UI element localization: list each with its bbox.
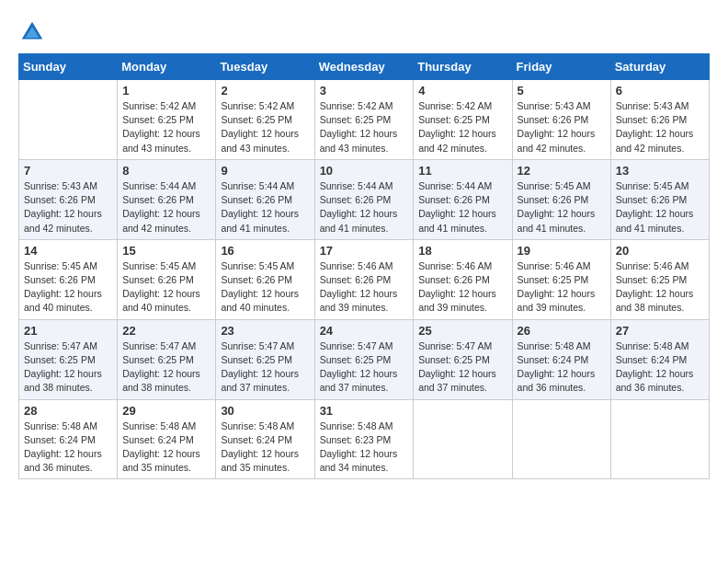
- day-number: 17: [320, 244, 409, 258]
- week-row-2: 7Sunrise: 5:43 AM Sunset: 6:26 PM Daylig…: [19, 159, 710, 239]
- calendar-cell: [414, 399, 512, 479]
- day-info: Sunrise: 5:47 AM Sunset: 6:25 PM Dayligh…: [320, 339, 409, 396]
- day-number: 20: [616, 244, 704, 258]
- calendar-header-row: SundayMondayTuesdayWednesdayThursdayFrid…: [19, 54, 710, 80]
- calendar-cell: 30Sunrise: 5:48 AM Sunset: 6:24 PM Dayli…: [216, 399, 314, 479]
- day-number: 15: [122, 244, 210, 258]
- day-info: Sunrise: 5:48 AM Sunset: 6:24 PM Dayligh…: [221, 419, 309, 476]
- page-header: [18, 18, 710, 46]
- day-info: Sunrise: 5:45 AM Sunset: 6:26 PM Dayligh…: [122, 259, 210, 316]
- day-info: Sunrise: 5:44 AM Sunset: 6:26 PM Dayligh…: [221, 179, 309, 236]
- day-number: 26: [518, 324, 606, 338]
- calendar-cell: 14Sunrise: 5:45 AM Sunset: 6:26 PM Dayli…: [19, 239, 118, 319]
- day-info: Sunrise: 5:45 AM Sunset: 6:26 PM Dayligh…: [616, 179, 704, 236]
- day-number: 7: [24, 164, 112, 178]
- logo: [18, 18, 50, 46]
- day-header-sunday: Sunday: [19, 54, 118, 80]
- day-header-tuesday: Tuesday: [216, 54, 314, 80]
- day-info: Sunrise: 5:48 AM Sunset: 6:24 PM Dayligh…: [122, 419, 210, 476]
- calendar-cell: 5Sunrise: 5:43 AM Sunset: 6:26 PM Daylig…: [512, 80, 610, 160]
- day-number: 28: [24, 404, 112, 418]
- calendar-cell: 29Sunrise: 5:48 AM Sunset: 6:24 PM Dayli…: [118, 399, 216, 479]
- day-info: Sunrise: 5:43 AM Sunset: 6:26 PM Dayligh…: [616, 99, 704, 155]
- day-header-monday: Monday: [118, 54, 216, 80]
- day-info: Sunrise: 5:42 AM Sunset: 6:25 PM Dayligh…: [221, 99, 309, 155]
- day-number: 25: [418, 324, 506, 338]
- calendar-cell: 15Sunrise: 5:45 AM Sunset: 6:26 PM Dayli…: [118, 239, 216, 319]
- day-number: 19: [518, 244, 606, 258]
- calendar-cell: 27Sunrise: 5:48 AM Sunset: 6:24 PM Dayli…: [610, 319, 709, 399]
- day-number: 2: [221, 84, 309, 98]
- day-number: 24: [320, 324, 409, 338]
- day-info: Sunrise: 5:46 AM Sunset: 6:26 PM Dayligh…: [418, 259, 506, 316]
- calendar-cell: 22Sunrise: 5:47 AM Sunset: 6:25 PM Dayli…: [118, 319, 216, 399]
- day-info: Sunrise: 5:44 AM Sunset: 6:26 PM Dayligh…: [418, 179, 506, 236]
- day-info: Sunrise: 5:42 AM Sunset: 6:25 PM Dayligh…: [418, 99, 506, 155]
- day-number: 16: [221, 244, 309, 258]
- week-row-4: 21Sunrise: 5:47 AM Sunset: 6:25 PM Dayli…: [19, 319, 710, 399]
- day-info: Sunrise: 5:45 AM Sunset: 6:26 PM Dayligh…: [518, 179, 606, 236]
- day-info: Sunrise: 5:43 AM Sunset: 6:26 PM Dayligh…: [24, 179, 112, 236]
- calendar-cell: 1Sunrise: 5:42 AM Sunset: 6:25 PM Daylig…: [118, 80, 216, 160]
- calendar-cell: 17Sunrise: 5:46 AM Sunset: 6:26 PM Dayli…: [314, 239, 414, 319]
- day-number: 21: [24, 324, 112, 338]
- calendar-cell: 28Sunrise: 5:48 AM Sunset: 6:24 PM Dayli…: [19, 399, 118, 479]
- calendar-cell: 11Sunrise: 5:44 AM Sunset: 6:26 PM Dayli…: [414, 159, 512, 239]
- calendar-cell: 26Sunrise: 5:48 AM Sunset: 6:24 PM Dayli…: [512, 319, 610, 399]
- calendar-cell: [19, 80, 118, 160]
- day-number: 13: [616, 164, 704, 178]
- calendar-cell: 13Sunrise: 5:45 AM Sunset: 6:26 PM Dayli…: [610, 159, 709, 239]
- day-header-thursday: Thursday: [414, 54, 512, 80]
- day-number: 30: [221, 404, 309, 418]
- day-info: Sunrise: 5:47 AM Sunset: 6:25 PM Dayligh…: [24, 339, 112, 396]
- calendar-cell: 23Sunrise: 5:47 AM Sunset: 6:25 PM Dayli…: [216, 319, 314, 399]
- calendar-cell: 9Sunrise: 5:44 AM Sunset: 6:26 PM Daylig…: [216, 159, 314, 239]
- day-info: Sunrise: 5:45 AM Sunset: 6:26 PM Dayligh…: [221, 259, 309, 316]
- day-info: Sunrise: 5:47 AM Sunset: 6:25 PM Dayligh…: [221, 339, 309, 396]
- day-info: Sunrise: 5:48 AM Sunset: 6:24 PM Dayligh…: [518, 339, 606, 396]
- day-info: Sunrise: 5:43 AM Sunset: 6:26 PM Dayligh…: [518, 99, 606, 155]
- calendar-cell: 24Sunrise: 5:47 AM Sunset: 6:25 PM Dayli…: [314, 319, 414, 399]
- calendar-cell: 18Sunrise: 5:46 AM Sunset: 6:26 PM Dayli…: [414, 239, 512, 319]
- day-info: Sunrise: 5:46 AM Sunset: 6:25 PM Dayligh…: [616, 259, 704, 316]
- week-row-3: 14Sunrise: 5:45 AM Sunset: 6:26 PM Dayli…: [19, 239, 710, 319]
- day-info: Sunrise: 5:46 AM Sunset: 6:26 PM Dayligh…: [320, 259, 409, 316]
- day-number: 1: [122, 84, 210, 98]
- day-number: 6: [616, 84, 704, 98]
- day-info: Sunrise: 5:45 AM Sunset: 6:26 PM Dayligh…: [24, 259, 112, 316]
- day-number: 14: [24, 244, 112, 258]
- day-number: 9: [221, 164, 309, 178]
- calendar-cell: 10Sunrise: 5:44 AM Sunset: 6:26 PM Dayli…: [314, 159, 414, 239]
- day-number: 4: [418, 84, 506, 98]
- day-number: 23: [221, 324, 309, 338]
- calendar-cell: 20Sunrise: 5:46 AM Sunset: 6:25 PM Dayli…: [610, 239, 709, 319]
- logo-icon: [18, 18, 46, 46]
- calendar-cell: 25Sunrise: 5:47 AM Sunset: 6:25 PM Dayli…: [414, 319, 512, 399]
- calendar-cell: 21Sunrise: 5:47 AM Sunset: 6:25 PM Dayli…: [19, 319, 118, 399]
- calendar-cell: 4Sunrise: 5:42 AM Sunset: 6:25 PM Daylig…: [414, 80, 512, 160]
- day-info: Sunrise: 5:42 AM Sunset: 6:25 PM Dayligh…: [122, 99, 210, 155]
- day-number: 11: [418, 164, 506, 178]
- calendar-cell: 19Sunrise: 5:46 AM Sunset: 6:25 PM Dayli…: [512, 239, 610, 319]
- calendar-cell: 16Sunrise: 5:45 AM Sunset: 6:26 PM Dayli…: [216, 239, 314, 319]
- week-row-5: 28Sunrise: 5:48 AM Sunset: 6:24 PM Dayli…: [19, 399, 710, 479]
- calendar-table: SundayMondayTuesdayWednesdayThursdayFrid…: [18, 53, 710, 479]
- day-info: Sunrise: 5:48 AM Sunset: 6:23 PM Dayligh…: [320, 419, 409, 476]
- calendar-cell: 7Sunrise: 5:43 AM Sunset: 6:26 PM Daylig…: [19, 159, 118, 239]
- calendar-cell: 12Sunrise: 5:45 AM Sunset: 6:26 PM Dayli…: [512, 159, 610, 239]
- day-header-friday: Friday: [512, 54, 610, 80]
- day-info: Sunrise: 5:47 AM Sunset: 6:25 PM Dayligh…: [122, 339, 210, 396]
- calendar-cell: 3Sunrise: 5:42 AM Sunset: 6:25 PM Daylig…: [314, 80, 414, 160]
- calendar-cell: 6Sunrise: 5:43 AM Sunset: 6:26 PM Daylig…: [610, 80, 709, 160]
- day-info: Sunrise: 5:46 AM Sunset: 6:25 PM Dayligh…: [518, 259, 606, 316]
- calendar-cell: [512, 399, 610, 479]
- calendar-cell: 31Sunrise: 5:48 AM Sunset: 6:23 PM Dayli…: [314, 399, 414, 479]
- day-header-saturday: Saturday: [610, 54, 709, 80]
- day-number: 3: [320, 84, 409, 98]
- day-header-wednesday: Wednesday: [314, 54, 414, 80]
- day-number: 27: [616, 324, 704, 338]
- calendar-cell: [610, 399, 709, 479]
- day-number: 31: [320, 404, 409, 418]
- day-number: 29: [122, 404, 210, 418]
- day-info: Sunrise: 5:48 AM Sunset: 6:24 PM Dayligh…: [24, 419, 112, 476]
